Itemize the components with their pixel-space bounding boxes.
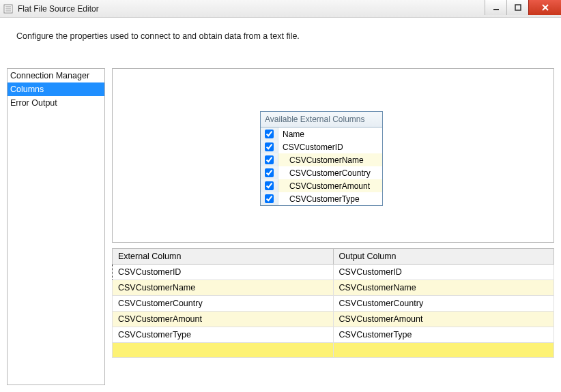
available-column-checkbox[interactable] — [261, 127, 278, 140]
table-row[interactable]: CSVCustomerIDCSVCustomerID — [113, 265, 554, 280]
columns-upper-panel: Available External Columns NameCSVCustom… — [112, 68, 554, 243]
window-title: Flat File Source Editor — [18, 4, 99, 14]
titlebar: Flat File Source Editor — [0, 0, 561, 18]
app-icon — [3, 3, 14, 14]
svg-rect-5 — [515, 5, 521, 10]
output-column-cell[interactable]: CSVCustomerType — [333, 327, 554, 343]
maximize-button[interactable] — [506, 0, 528, 15]
checkbox-input[interactable] — [265, 194, 274, 203]
checkbox-input[interactable] — [265, 181, 274, 190]
category-sidebar: Connection ManagerColumnsError Output — [7, 68, 105, 385]
output-column-cell[interactable]: CSVCustomerName — [333, 280, 554, 296]
available-columns-header: Available External Columns — [261, 112, 382, 127]
available-column-row[interactable]: CSVCustomerCountry — [261, 166, 382, 179]
title-left: Flat File Source Editor — [3, 3, 99, 14]
minimize-button[interactable] — [485, 0, 506, 15]
editor-body: Connection ManagerColumnsError Output Av… — [0, 68, 561, 392]
available-column-checkbox[interactable] — [261, 179, 278, 192]
main-panel: Available External Columns NameCSVCustom… — [112, 68, 554, 385]
checkbox-input[interactable] — [265, 168, 274, 177]
table-row[interactable]: CSVCustomerAmountCSVCustomerAmount — [113, 312, 554, 327]
sidebar-item-error-output[interactable]: Error Output — [8, 96, 104, 110]
output-column-cell[interactable]: CSVCustomerCountry — [333, 296, 554, 312]
available-column-row[interactable]: Name — [261, 127, 382, 140]
available-column-checkbox[interactable] — [261, 192, 278, 205]
external-column-cell[interactable]: CSVCustomerType — [113, 327, 334, 343]
checkbox-input[interactable] — [265, 155, 274, 164]
available-column-label: Name — [278, 130, 382, 139]
table-row[interactable]: CSVCustomerNameCSVCustomerName — [113, 280, 554, 296]
available-columns-box: Available External Columns NameCSVCustom… — [260, 111, 383, 206]
external-column-cell[interactable]: CSVCustomerAmount — [113, 312, 334, 327]
sidebar-item-connection-manager[interactable]: Connection Manager — [8, 69, 104, 82]
page-description: Configure the properties used to connect… — [0, 18, 561, 68]
window-controls — [485, 0, 561, 17]
available-column-checkbox[interactable] — [261, 153, 278, 166]
available-column-label: CSVCustomerType — [278, 194, 382, 204]
table-row-empty[interactable] — [113, 343, 554, 358]
external-column-cell[interactable]: CSVCustomerName — [113, 280, 334, 296]
available-column-row[interactable]: CSVCustomerAmount — [261, 179, 382, 192]
checkbox-input[interactable] — [265, 142, 274, 151]
available-column-row[interactable]: CSVCustomerID — [261, 140, 382, 153]
grid-header-external[interactable]: External Column — [113, 249, 334, 265]
available-column-label: CSVCustomerName — [278, 155, 382, 165]
output-column-cell[interactable]: CSVCustomerID — [333, 265, 554, 280]
table-row[interactable]: CSVCustomerTypeCSVCustomerType — [113, 327, 554, 343]
close-button[interactable] — [528, 0, 561, 15]
output-column-cell[interactable]: CSVCustomerAmount — [333, 312, 554, 327]
output-column-cell[interactable] — [333, 343, 554, 358]
available-column-label: CSVCustomerAmount — [278, 181, 382, 191]
available-column-row[interactable]: CSVCustomerType — [261, 192, 382, 205]
available-column-checkbox[interactable] — [261, 166, 278, 179]
available-column-label: CSVCustomerID — [278, 142, 382, 152]
checkbox-input[interactable] — [265, 130, 274, 138]
grid-header-output[interactable]: Output Column — [333, 249, 554, 265]
sidebar-item-columns[interactable]: Columns — [8, 82, 104, 96]
table-row[interactable]: CSVCustomerCountryCSVCustomerCountry — [113, 296, 554, 312]
available-column-row[interactable]: CSVCustomerName — [261, 153, 382, 166]
external-column-cell[interactable]: CSVCustomerID — [113, 265, 334, 280]
column-mapping-grid: External Column Output Column CSVCustome… — [112, 248, 554, 358]
external-column-cell[interactable] — [113, 343, 334, 358]
external-column-cell[interactable]: CSVCustomerCountry — [113, 296, 334, 312]
column-mapping-panel: External Column Output Column CSVCustome… — [112, 248, 554, 358]
window: Flat File Source Editor Configure the pr… — [0, 0, 561, 392]
available-column-label: CSVCustomerCountry — [278, 168, 382, 178]
available-column-checkbox[interactable] — [261, 140, 278, 153]
